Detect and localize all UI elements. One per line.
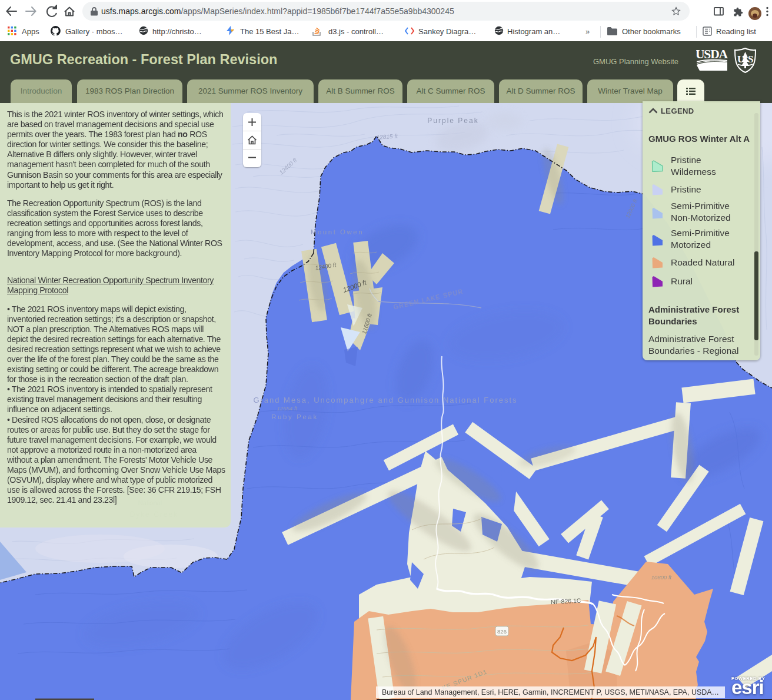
svg-text:S: S — [748, 54, 753, 65]
svg-text:Purple Peak: Purple Peak — [427, 117, 478, 125]
svg-text:Mount Owen: Mount Owen — [311, 228, 364, 235]
svg-text:Ruby Peak: Ruby Peak — [271, 413, 318, 420]
svg-text:12654 ft: 12654 ft — [277, 405, 298, 412]
svg-text:USDA: USDA — [696, 48, 728, 61]
svg-text:Grand Mesa, Uncompahgre and Gu: Grand Mesa, Uncompahgre and Gunnison Nat… — [253, 396, 517, 404]
svg-text:826: 826 — [497, 628, 507, 635]
svg-text:10800 ft: 10800 ft — [651, 574, 672, 580]
